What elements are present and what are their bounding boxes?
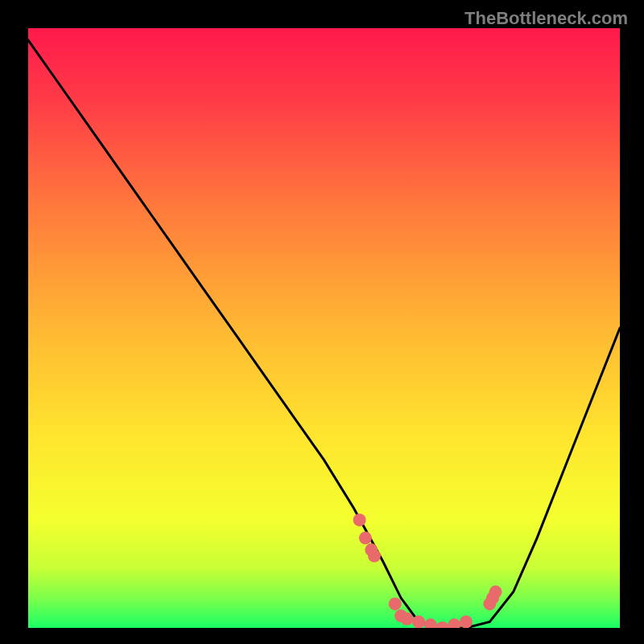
highlight-dot (353, 514, 366, 526)
frame-left (0, 0, 28, 644)
highlight-dot (412, 616, 425, 629)
watermark-text: TheBottleneck.com (464, 8, 628, 29)
highlight-dot (400, 613, 413, 625)
chart-svg (0, 0, 644, 644)
frame-bottom (0, 628, 644, 644)
highlight-dot (368, 550, 381, 563)
highlight-dot (389, 597, 402, 610)
frame-right (620, 0, 644, 644)
highlight-dot (460, 616, 473, 629)
highlight-dot (359, 531, 372, 544)
chart-container: TheBottleneck.com (0, 0, 644, 644)
highlight-dot (489, 585, 502, 598)
plot-background (28, 28, 620, 628)
